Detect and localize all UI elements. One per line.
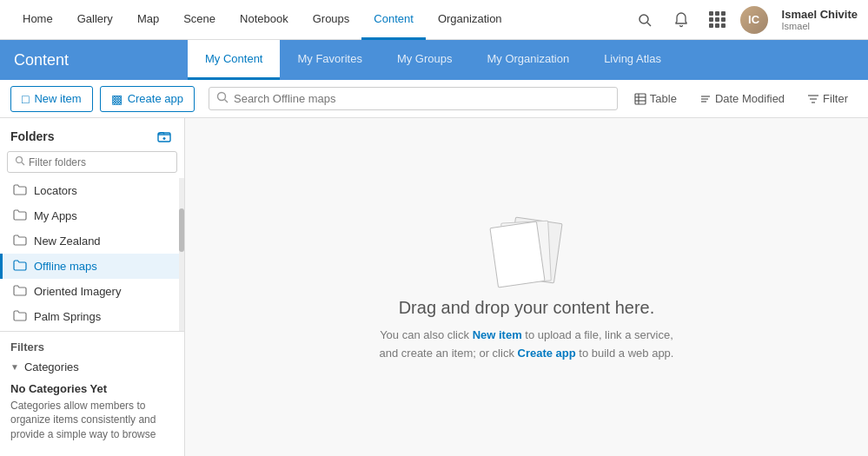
folder-label: Locators [34,184,77,197]
empty-state-title: Drag and drop your content here. [399,298,655,318]
folder-icon [13,234,27,248]
folder-icon [13,183,27,198]
filters-title: Filters [10,340,174,354]
categories-label: Categories [24,360,79,373]
nav-link-content[interactable]: Content [361,0,426,40]
user-info[interactable]: Ismael Chivite Ismael [782,8,858,31]
nav-link-home[interactable]: Home [10,0,65,40]
notifications-button[interactable] [667,6,695,34]
no-categories-section: No Categories Yet Categories allow membe… [10,377,174,447]
plus-icon: □ [22,92,29,106]
empty-state-desc: You can also click New item to upload a … [379,327,674,363]
search-input[interactable] [234,92,610,105]
folder-item-offline-maps[interactable]: Offline maps [0,254,184,279]
avatar[interactable]: IC [740,6,768,34]
content-tab-my-organization[interactable]: My Organization [469,40,586,80]
search-box [209,87,618,110]
empty-state: Drag and drop your content here. You can… [379,211,674,363]
folder-item-public-notification[interactable]: Public Notification [0,329,184,331]
nav-link-gallery[interactable]: Gallery [65,0,125,40]
empty-state-icon [483,211,570,298]
sort-icon [699,93,712,105]
folders-header: Folders [0,118,184,151]
content-tab-living-atlas[interactable]: Living Atlas [586,40,679,80]
bell-icon [674,12,688,28]
folder-item-new-zealand[interactable]: New Zealand [0,228,184,254]
svg-point-17 [17,157,23,163]
svg-line-1 [647,23,651,26]
empty-desc-part3: to build a web app. [576,347,674,360]
table-label: Table [650,92,677,105]
categories-filter[interactable]: ▼ Categories [10,360,174,373]
folder-icon [13,284,27,299]
user-name: Ismael Chivite [782,8,858,21]
sidebar: Folders L [0,118,185,456]
nav-links: HomeGalleryMapSceneNotebookGroupsContent… [10,0,631,40]
nav-link-map[interactable]: Map [125,0,171,40]
folder-label: Offline maps [34,260,97,273]
filter-button[interactable]: Filter [798,87,858,110]
filter-icon [807,93,819,105]
date-modified-label: Date Modified [715,92,785,105]
svg-point-0 [639,15,648,23]
svg-line-18 [22,162,24,165]
new-item-button[interactable]: □ New item [10,86,93,112]
search-box-icon [216,91,229,106]
folder-filter-input[interactable] [29,156,169,169]
content-tab-my-content[interactable]: My Content [188,40,280,80]
user-sub: Ismael [782,21,858,31]
waffle-icon [709,11,726,28]
date-modified-button[interactable]: Date Modified [690,87,794,110]
folder-label: Oriented Imagery [34,285,121,298]
content-tab-my-groups[interactable]: My Groups [380,40,470,80]
create-app-link-text[interactable]: Create app [518,347,576,360]
content-header: Content My ContentMy FavoritesMy GroupsM… [0,40,868,80]
main-content-area: Drag and drop your content here. You can… [185,118,868,456]
folder-icon [13,208,27,223]
empty-desc-part1: You can also click [380,328,472,341]
folder-label: Palm Springs [34,310,101,323]
sidebar-filters: Filters ▼ Categories No Categories Yet C… [0,331,184,456]
nav-link-groups[interactable]: Groups [301,0,362,40]
main-layout: Folders L [0,118,868,456]
folder-filter-box [7,151,177,173]
folder-item-my-apps[interactable]: My Apps [0,203,184,228]
new-item-label: New item [34,92,81,105]
nav-link-organization[interactable]: Organization [426,0,514,40]
apps-grid-button[interactable] [704,6,732,34]
filter-label: Filter [823,92,848,105]
nav-right: IC Ismael Chivite Ismael [631,6,858,34]
grid-icon: ▩ [111,92,123,106]
search-nav-button[interactable] [631,6,659,34]
folder-icon [13,309,27,324]
toolbar-right: Table Date Modified Filter [625,87,858,110]
create-app-button[interactable]: ▩ Create app [100,86,195,112]
doc-page-front [489,221,545,288]
folder-icon [13,259,27,274]
svg-rect-4 [635,94,646,104]
add-folder-button[interactable] [155,127,174,146]
filter-search-icon [15,155,25,169]
table-view-button[interactable]: Table [625,87,686,110]
folder-item-palm-springs[interactable]: Palm Springs [0,304,184,329]
folder-label: New Zealand [34,235,101,248]
svg-line-3 [224,100,228,103]
folders-title: Folders [10,129,55,143]
svg-point-2 [217,93,225,101]
folder-scrollbar-thumb[interactable] [179,208,184,252]
table-icon [634,93,646,105]
folder-label: My Apps [34,209,77,222]
content-tab-my-favorites[interactable]: My Favorites [280,40,379,80]
nav-link-scene[interactable]: Scene [171,0,228,40]
folder-list: Locators My Apps New Zealand Offline map… [0,178,184,331]
no-categories-text: Categories allow members to organize ite… [10,399,174,442]
folder-item-oriented-imagery[interactable]: Oriented Imagery [0,279,184,304]
content-page-title: Content [14,51,188,69]
nav-link-notebook[interactable]: Notebook [228,0,301,40]
folder-item-locators[interactable]: Locators [0,178,184,203]
add-folder-icon [157,129,171,143]
create-app-label: Create app [128,92,183,105]
top-nav: HomeGalleryMapSceneNotebookGroupsContent… [0,0,868,40]
new-item-link-text[interactable]: New item [473,328,522,341]
chevron-down-icon: ▼ [10,362,19,372]
